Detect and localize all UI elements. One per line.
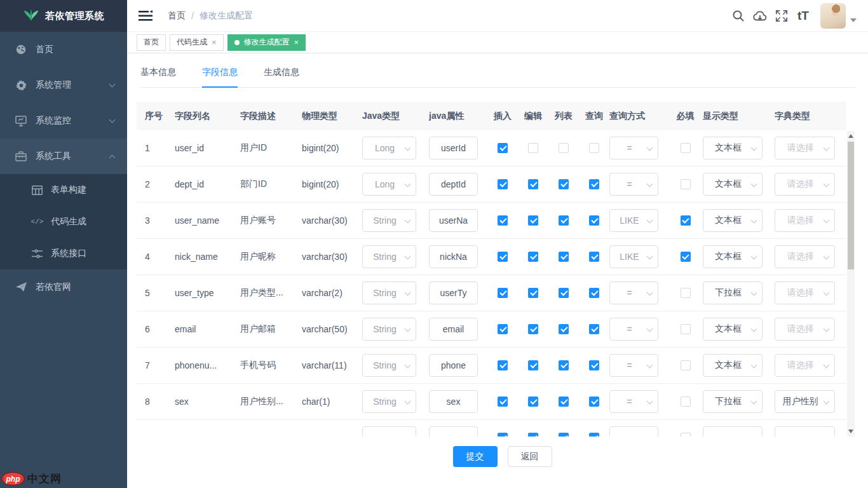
sidebar-collapse-icon[interactable] bbox=[139, 10, 153, 22]
edit-checkbox[interactable] bbox=[528, 288, 538, 298]
dict-type-select[interactable]: 请选择 bbox=[775, 209, 835, 232]
display-type-select[interactable]: 文本框 bbox=[703, 209, 763, 232]
avatar[interactable] bbox=[820, 3, 846, 29]
query-checkbox[interactable] bbox=[589, 360, 599, 370]
insert-checkbox[interactable] bbox=[498, 143, 508, 153]
table-scrollbar[interactable] bbox=[847, 131, 855, 437]
dict-type-select[interactable]: 请选择 bbox=[775, 245, 835, 268]
list-checkbox[interactable] bbox=[559, 215, 569, 226]
search-icon[interactable] bbox=[728, 3, 749, 29]
java-type-select[interactable]: Long bbox=[362, 137, 416, 159]
sidebar-item-dashboard[interactable]: 首页 bbox=[0, 32, 127, 67]
java-field-input[interactable] bbox=[429, 426, 478, 437]
edit-checkbox[interactable] bbox=[528, 179, 538, 189]
java-type-select[interactable]: String bbox=[362, 390, 416, 413]
edit-checkbox[interactable] bbox=[528, 143, 538, 153]
query-checkbox[interactable] bbox=[589, 396, 599, 407]
dict-type-select[interactable] bbox=[775, 426, 835, 437]
query-checkbox[interactable] bbox=[589, 179, 599, 189]
java-field-input[interactable] bbox=[429, 137, 478, 159]
breadcrumb-item[interactable]: 首页 bbox=[168, 10, 186, 22]
query-checkbox[interactable] bbox=[589, 215, 599, 226]
insert-checkbox[interactable] bbox=[498, 179, 508, 189]
edit-checkbox[interactable] bbox=[528, 215, 538, 226]
scroll-down-icon[interactable] bbox=[847, 428, 855, 435]
query-type-select[interactable]: LIKE bbox=[609, 245, 658, 268]
display-type-select[interactable]: 文本框 bbox=[703, 245, 763, 268]
scroll-up-icon[interactable] bbox=[847, 132, 855, 140]
sidebar-subitem-code[interactable]: </>代码生成 bbox=[0, 206, 127, 238]
tag-active[interactable]: 修改生成配置× bbox=[227, 34, 306, 51]
dict-type-select[interactable]: 请选择 bbox=[775, 354, 835, 377]
font-size-icon[interactable]: tT bbox=[792, 3, 814, 29]
required-checkbox[interactable] bbox=[681, 288, 691, 298]
query-type-select[interactable]: = bbox=[609, 354, 658, 377]
sidebar-item-official-site[interactable]: 若依官网 bbox=[0, 269, 127, 305]
fullscreen-icon[interactable] bbox=[771, 3, 792, 29]
insert-checkbox[interactable] bbox=[498, 433, 508, 437]
list-checkbox[interactable] bbox=[559, 433, 569, 437]
list-checkbox[interactable] bbox=[559, 143, 569, 153]
dict-type-select[interactable]: 请选择 bbox=[775, 173, 835, 196]
list-checkbox[interactable] bbox=[559, 288, 569, 298]
display-type-select[interactable]: 下拉框 bbox=[703, 390, 763, 413]
edit-checkbox[interactable] bbox=[528, 324, 538, 334]
sidebar-item-toolbox[interactable]: 系统工具 bbox=[0, 139, 127, 174]
java-field-input[interactable] bbox=[429, 173, 478, 196]
query-type-select[interactable]: = bbox=[609, 137, 658, 159]
insert-checkbox[interactable] bbox=[498, 360, 508, 370]
back-button[interactable]: 返回 bbox=[508, 446, 552, 467]
query-type-select[interactable]: = bbox=[609, 173, 658, 196]
display-type-select[interactable]: 文本框 bbox=[703, 318, 763, 341]
scrollbar-thumb[interactable] bbox=[848, 142, 854, 269]
display-type-select[interactable]: 文本框 bbox=[703, 173, 763, 196]
query-type-select[interactable]: LIKE bbox=[609, 209, 658, 232]
required-checkbox[interactable] bbox=[681, 396, 691, 407]
required-checkbox[interactable] bbox=[681, 324, 691, 334]
java-type-select[interactable] bbox=[362, 426, 416, 437]
dict-type-select[interactable]: 用户性别 bbox=[775, 390, 835, 413]
java-type-select[interactable]: String bbox=[362, 281, 416, 304]
java-field-input[interactable] bbox=[429, 318, 478, 341]
dict-type-select[interactable]: 请选择 bbox=[775, 281, 835, 304]
query-type-select[interactable]: = bbox=[609, 390, 658, 413]
query-checkbox[interactable] bbox=[589, 288, 599, 298]
edit-checkbox[interactable] bbox=[528, 360, 538, 370]
close-icon[interactable]: × bbox=[212, 38, 217, 46]
list-checkbox[interactable] bbox=[559, 360, 569, 370]
insert-checkbox[interactable] bbox=[498, 324, 508, 334]
required-checkbox[interactable] bbox=[681, 179, 691, 189]
edit-checkbox[interactable] bbox=[528, 433, 538, 437]
sidebar-subitem-form-grid[interactable]: 表单构建 bbox=[0, 174, 127, 206]
display-type-select[interactable] bbox=[703, 426, 763, 437]
list-checkbox[interactable] bbox=[559, 252, 569, 262]
close-icon[interactable]: × bbox=[294, 38, 299, 46]
query-checkbox[interactable] bbox=[589, 433, 599, 437]
java-field-input[interactable] bbox=[429, 281, 478, 304]
java-type-select[interactable]: String bbox=[362, 209, 416, 232]
required-checkbox[interactable] bbox=[681, 143, 691, 153]
dict-type-select[interactable]: 请选择 bbox=[775, 137, 835, 159]
java-type-select[interactable]: Long bbox=[362, 173, 416, 196]
display-type-select[interactable]: 文本框 bbox=[703, 137, 763, 159]
edit-checkbox[interactable] bbox=[528, 252, 538, 262]
query-checkbox[interactable] bbox=[589, 252, 599, 262]
required-checkbox[interactable] bbox=[681, 215, 691, 226]
query-type-select[interactable]: = bbox=[609, 318, 658, 341]
java-type-select[interactable]: String bbox=[362, 245, 416, 268]
app-logo-bar[interactable]: 若依管理系统 bbox=[0, 0, 127, 32]
java-field-input[interactable] bbox=[429, 209, 478, 232]
sidebar-subitem-sliders[interactable]: 系统接口 bbox=[0, 238, 127, 269]
edit-checkbox[interactable] bbox=[528, 396, 538, 407]
tab-生成信息[interactable]: 生成信息 bbox=[264, 65, 299, 87]
insert-checkbox[interactable] bbox=[498, 252, 508, 262]
tab-基本信息[interactable]: 基本信息 bbox=[140, 65, 176, 87]
java-field-input[interactable] bbox=[429, 390, 478, 413]
display-type-select[interactable]: 下拉框 bbox=[703, 281, 763, 304]
insert-checkbox[interactable] bbox=[498, 215, 508, 226]
display-type-select[interactable]: 文本框 bbox=[703, 354, 763, 377]
required-checkbox[interactable] bbox=[681, 433, 691, 437]
list-checkbox[interactable] bbox=[559, 324, 569, 334]
list-checkbox[interactable] bbox=[559, 179, 569, 189]
tag-item[interactable]: 代码生成× bbox=[170, 34, 224, 51]
